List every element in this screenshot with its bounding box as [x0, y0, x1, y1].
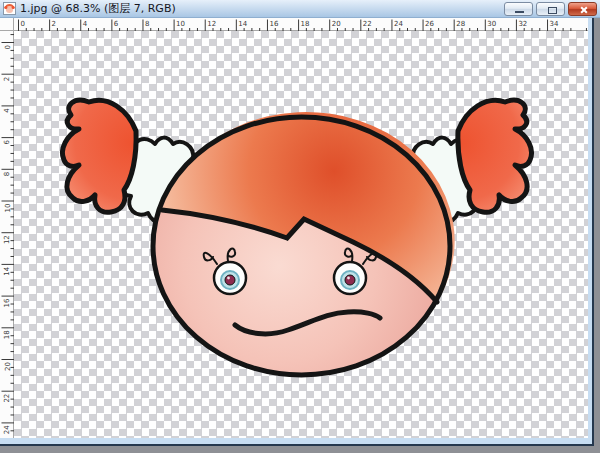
vertical-ruler[interactable]: 024681012141618202224 [0, 31, 14, 438]
window-titlebar[interactable]: 1.jpg @ 68.3% (图层 7, RGB) [0, 0, 600, 18]
ruler-label: 28 [456, 20, 465, 28]
window-controls [504, 2, 597, 16]
ruler-label: 6 [114, 20, 119, 28]
right-eye [334, 262, 366, 294]
ruler-label: 20 [4, 362, 12, 371]
ruler-label: 16 [269, 20, 278, 28]
ruler-label: 24 [394, 20, 403, 28]
ruler-label: 20 [332, 20, 341, 28]
ruler-label: 24 [4, 425, 12, 434]
ruler-label: 14 [238, 20, 247, 28]
ruler-label: 2 [4, 77, 12, 81]
girl-illustration [14, 31, 588, 438]
close-button[interactable] [568, 2, 597, 16]
ruler-label: 18 [301, 20, 310, 28]
ruler-label: 22 [363, 20, 372, 28]
restore-button[interactable] [536, 2, 565, 16]
left-pigtail-wing [62, 100, 136, 212]
restore-icon [548, 7, 557, 14]
ruler-label: 18 [4, 330, 12, 339]
minimize-icon [515, 11, 524, 13]
document-thumbnail-icon [3, 2, 16, 15]
ruler-label: 34 [550, 20, 559, 28]
right-pigtail-wing [458, 100, 532, 212]
ruler-label: 30 [487, 20, 496, 28]
ruler-label: 12 [4, 235, 12, 244]
ruler-label: 8 [4, 172, 12, 176]
window-title: 1.jpg @ 68.3% (图层 7, RGB) [20, 0, 176, 18]
ruler-label: 32 [518, 20, 527, 28]
ruler-label: 10 [4, 204, 12, 213]
ruler-label: 12 [207, 20, 216, 28]
ruler-label: 4 [83, 20, 88, 28]
ruler-label: 4 [4, 108, 12, 113]
ruler-label: 14 [4, 266, 12, 275]
ruler-label: 16 [4, 298, 12, 307]
document-canvas[interactable] [14, 31, 588, 438]
ruler-label: 2 [52, 20, 56, 28]
ruler-label: 0 [4, 45, 12, 49]
ruler-label: 22 [4, 394, 12, 403]
ruler-label: 26 [425, 20, 434, 28]
ruler-label: 10 [176, 20, 185, 28]
ruler-corner-box [0, 18, 14, 31]
desktop-background: 1.jpg @ 68.3% (图层 7, RGB) 02468101214161… [0, 0, 600, 453]
minimize-button[interactable] [504, 2, 533, 16]
ruler-label: 8 [145, 20, 149, 28]
horizontal-ruler[interactable]: 0246810121416182022242628303234 [14, 18, 588, 31]
left-eye [214, 262, 246, 294]
ruler-label: 0 [21, 20, 25, 28]
ruler-label: 6 [4, 140, 12, 145]
